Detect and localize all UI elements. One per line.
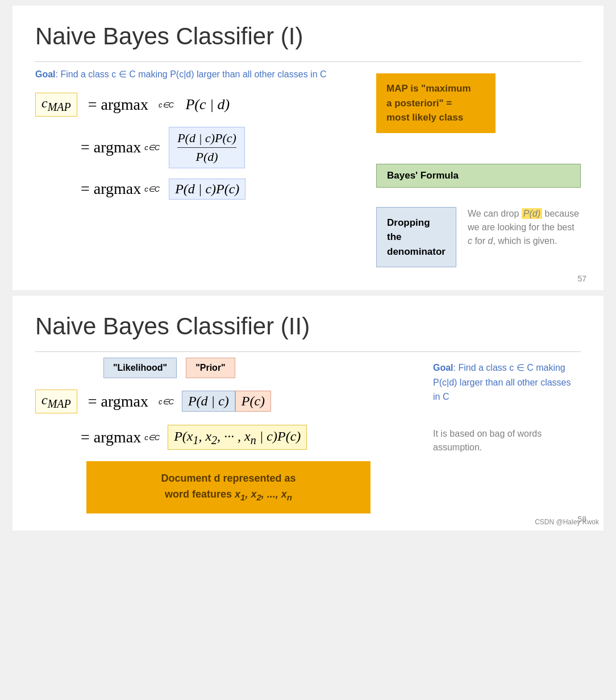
csdn-credit: CSDN @Haley Kwok xyxy=(535,518,599,526)
slide1-title: Naive Bayes Classifier (I) xyxy=(35,23,581,50)
xn-formula: P(x1, x2, ··· , xn | c)P(c) xyxy=(174,429,301,444)
bayes-box: Bayes' Formula xyxy=(376,164,581,188)
pdc-box: P(d | c)P(c) xyxy=(169,179,245,200)
formula1-row: cMAP = argmax x c∈C P(c | d) xyxy=(35,93,359,117)
slide1-divider xyxy=(35,61,581,62)
slide2-title: Naive Bayes Classifier (II) xyxy=(35,313,581,340)
bag-annotation: It is based on bag of words assumption. xyxy=(433,427,558,454)
cmap-box: cMAP xyxy=(35,93,77,117)
label-row: "Likelihood" "Prior" xyxy=(103,358,422,378)
numerator: P(d | c)P(c) xyxy=(177,131,236,146)
pc-highlight: P(c) xyxy=(235,391,271,412)
argmax-sub2: x c∈C xyxy=(144,143,160,152)
likelihood-box: "Likelihood" xyxy=(103,358,177,378)
pdc-highlight: P(d | c) xyxy=(182,391,235,412)
formula1-expr: P(c | d) xyxy=(182,96,230,113)
drop-annotation: We can drop P(d) because we are looking … xyxy=(468,207,581,248)
denominator: P(d) xyxy=(195,150,218,164)
formula2-row: = argmax x c∈C P(d | c)P(c) P(d) xyxy=(81,127,359,168)
map-box: MAP is "maximum a posteriori" = most lik… xyxy=(376,73,496,133)
prior-box: "Prior" xyxy=(186,358,235,378)
slide2-right: Goal: Find a class c ∈ C making P(c|d) l… xyxy=(433,358,581,454)
equals4: = argmax xyxy=(84,392,148,411)
slide2-formulas: "Likelihood" "Prior" cMAP = argmax x c∈C… xyxy=(35,358,422,513)
slide-2: Naive Bayes Classifier (II) "Likelihood"… xyxy=(13,296,603,531)
eq2-row2: = argmax x c∈C P(x1, x2, ··· , xn | c)P(… xyxy=(81,425,422,450)
argmax-sub5: x c∈C xyxy=(144,433,160,442)
doc-box: Document d represented as word features … xyxy=(86,461,371,513)
fraction-line xyxy=(177,147,236,148)
slide2-divider xyxy=(35,351,581,352)
goal-label: Goal xyxy=(35,69,56,79)
formula3-row: = argmax x c∈C P(d | c)P(c) xyxy=(81,179,359,200)
goal-label2: Goal xyxy=(433,363,453,372)
goal-text: : Find a class c ∈ C making P(c|d) large… xyxy=(56,69,327,79)
equals3: = argmax xyxy=(81,180,141,198)
equals5: = argmax xyxy=(81,428,141,446)
equals2: = argmax xyxy=(81,138,141,156)
equals1: = argmax xyxy=(84,96,148,114)
drop-box: Dropping the denominator xyxy=(376,207,456,268)
xn-formula-box: P(x1, x2, ··· , xn | c)P(c) xyxy=(168,425,307,450)
annotations-col: MAP is "maximum a posteriori" = most lik… xyxy=(376,73,581,267)
argmax-sub4: x c∈C xyxy=(159,397,174,406)
drop-row: Dropping the denominator We can drop P(d… xyxy=(376,207,581,268)
slide-1: Naive Bayes Classifier (I) Goal: Find a … xyxy=(13,6,603,290)
slide2-goal: Goal: Find a class c ∈ C making P(c|d) l… xyxy=(433,361,575,404)
slide1-page-num: 57 xyxy=(577,274,586,283)
argmax-sub1: x c∈C xyxy=(159,100,174,109)
cmap-box2: cMAP xyxy=(35,390,77,413)
eq2-row1: cMAP = argmax x c∈C P(d | c)P(c) xyxy=(35,390,422,413)
slide1-goal: Goal: Find a class c ∈ C making P(c|d) l… xyxy=(35,68,359,81)
fraction-box: P(d | c)P(c) P(d) xyxy=(169,127,245,168)
argmax-sub3: x c∈C xyxy=(144,184,160,193)
